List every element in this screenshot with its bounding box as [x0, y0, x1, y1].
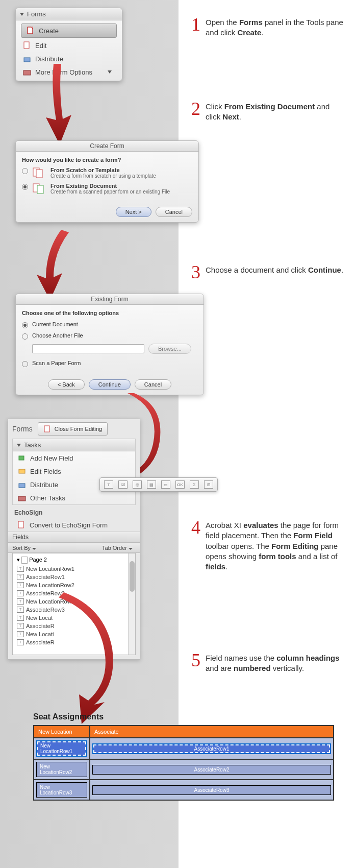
- dialog-title: Existing Form: [16, 294, 204, 305]
- menu-label: Create: [39, 27, 59, 35]
- field-item[interactable]: New Locati: [15, 630, 133, 638]
- edit-icon: [23, 41, 31, 50]
- arrow-2: [31, 230, 77, 301]
- existing-form-dialog: Existing Form Choose one of the followin…: [15, 294, 204, 395]
- option-label: Scan a Paper Form: [32, 360, 81, 366]
- step-text: Click From Existing Document and click N…: [206, 100, 344, 123]
- step-number: 1: [191, 15, 200, 38]
- distribute-icon: [18, 480, 26, 489]
- step-2: 2 Click From Existing Document and click…: [191, 100, 344, 123]
- menu-create[interactable]: Create: [21, 23, 117, 38]
- dialog-prompt: Choose one of the following options: [22, 310, 197, 316]
- field-item[interactable]: AssociateR: [15, 638, 133, 646]
- form-field-selected[interactable]: New LocationRow1: [36, 740, 87, 757]
- option-current[interactable]: Current Document: [22, 321, 197, 328]
- table-row: New LocationRow1 AssociateRow1: [34, 738, 334, 759]
- chevron-down-icon: [108, 70, 112, 74]
- list-tool-icon[interactable]: ▤: [147, 480, 156, 489]
- step-text: Field names use the column headings and …: [206, 651, 344, 674]
- barcode-tool-icon[interactable]: ⊞: [204, 480, 213, 489]
- forms-panel-title: Forms: [27, 10, 46, 18]
- create-form-dialog: Create Form How would you like to create…: [15, 140, 199, 223]
- fields-list[interactable]: ▾ Page 2 New LocationRow1AssociateRow1Ne…: [12, 553, 136, 655]
- menu-distribute[interactable]: Distribute: [18, 52, 120, 65]
- step-3: 3 Choose a document and click Continue.: [191, 263, 344, 281]
- toolbox-icon: [23, 68, 31, 76]
- seat-assignments-title: Seat Assignments: [33, 712, 104, 721]
- svg-rect-7: [37, 185, 43, 194]
- page-node[interactable]: ▾ Page 2: [15, 556, 133, 565]
- radio-icon: [22, 184, 28, 190]
- continue-button[interactable]: Continue: [89, 379, 131, 390]
- menu-more[interactable]: More Form Options: [18, 65, 120, 79]
- step-4: 4 Acrobat XI evaluates the page for form…: [191, 518, 339, 572]
- radio-tool-icon[interactable]: ◎: [133, 480, 142, 489]
- menu-label: Distribute: [35, 55, 63, 63]
- column-header-location: New Location: [34, 726, 90, 738]
- option-existing[interactable]: From Existing DocumentCreate from a scan…: [22, 183, 192, 195]
- field-item[interactable]: New LocationRow1: [15, 565, 133, 573]
- back-button[interactable]: < Back: [48, 379, 85, 390]
- menu-label: More Form Options: [35, 68, 92, 76]
- step-1: 1 Open the Forms panel in the Tools pane…: [191, 15, 344, 38]
- field-item[interactable]: New LocationRow2: [15, 581, 133, 589]
- fields-sort-bar: Sort By Tab Order: [8, 543, 140, 553]
- text-field-tool-icon[interactable]: T: [104, 480, 113, 489]
- convert-echosign[interactable]: Convert to EchoSign Form: [8, 518, 140, 532]
- file-path-input[interactable]: [32, 344, 144, 353]
- cancel-button[interactable]: Cancel: [156, 207, 192, 217]
- svg-rect-3: [23, 70, 31, 75]
- form-field[interactable]: New LocationRow3: [36, 782, 87, 798]
- scrollbar[interactable]: [128, 553, 135, 655]
- toolbox-icon: [18, 494, 26, 502]
- option-label: Choose Another File: [32, 332, 83, 339]
- form-field[interactable]: AssociateRow1: [92, 743, 331, 754]
- tab-order-dropdown[interactable]: Tab Order: [102, 545, 136, 551]
- form-field[interactable]: AssociateRow2: [92, 765, 331, 775]
- field-item[interactable]: New Locat: [15, 614, 133, 622]
- option-scan[interactable]: Scan a Paper Form: [22, 360, 197, 367]
- menu-edit[interactable]: Edit: [18, 39, 120, 52]
- sort-by-dropdown[interactable]: Sort By: [12, 545, 39, 551]
- collapse-icon: [20, 13, 24, 16]
- option-another[interactable]: Choose Another File: [22, 332, 197, 340]
- option-scratch[interactable]: From Scratch or TemplateCreate a form fr…: [22, 167, 192, 179]
- cancel-button[interactable]: Cancel: [135, 379, 171, 390]
- dropdown-tool-icon[interactable]: ▭: [161, 480, 170, 489]
- svg-rect-1: [24, 42, 29, 49]
- svg-rect-12: [18, 496, 26, 501]
- checkbox-tool-icon[interactable]: ☑: [118, 480, 128, 489]
- form-field[interactable]: New LocationRow2: [36, 762, 87, 777]
- task-add-field[interactable]: Add New Field: [13, 451, 135, 465]
- field-item[interactable]: AssociateRow2: [15, 589, 133, 597]
- field-item[interactable]: New LocationRow3: [15, 597, 133, 606]
- next-button[interactable]: Next >: [116, 207, 151, 217]
- forms-tab-label: Forms: [12, 425, 33, 433]
- field-item[interactable]: AssociateR: [15, 622, 133, 630]
- tasks-header[interactable]: Tasks: [13, 439, 135, 451]
- form-field[interactable]: AssociateRow3: [92, 785, 331, 795]
- table-row: New LocationRow3 AssociateRow3: [34, 780, 334, 800]
- option-title: From Existing Document: [50, 183, 170, 189]
- field-item[interactable]: AssociateRow3: [15, 606, 133, 614]
- radio-icon: [22, 361, 28, 367]
- task-edit-fields[interactable]: Edit Fields: [13, 465, 135, 478]
- forms-panel-header[interactable]: Forms: [16, 8, 122, 20]
- browse-button[interactable]: Browse...: [148, 344, 191, 354]
- step-text: Choose a document and click Continue.: [206, 263, 343, 281]
- svg-rect-11: [19, 484, 25, 488]
- page-icon: [21, 557, 28, 564]
- column-header-associate: Associate: [90, 726, 334, 738]
- svg-rect-5: [36, 170, 42, 178]
- step-number: 5: [191, 651, 200, 674]
- menu-label: Edit: [35, 42, 46, 50]
- dialog-title: Create Form: [16, 141, 198, 152]
- template-icon: [32, 167, 46, 178]
- task-other[interactable]: Other Tasks: [13, 491, 135, 504]
- signature-tool-icon[interactable]: Σ: [190, 480, 199, 489]
- step-number: 4: [191, 518, 200, 572]
- echosign-header: EchoSign: [8, 505, 140, 518]
- field-item[interactable]: AssociateRow1: [15, 573, 133, 581]
- close-form-editing-button[interactable]: Close Form Editing: [38, 422, 108, 436]
- button-tool-icon[interactable]: OK: [175, 480, 185, 489]
